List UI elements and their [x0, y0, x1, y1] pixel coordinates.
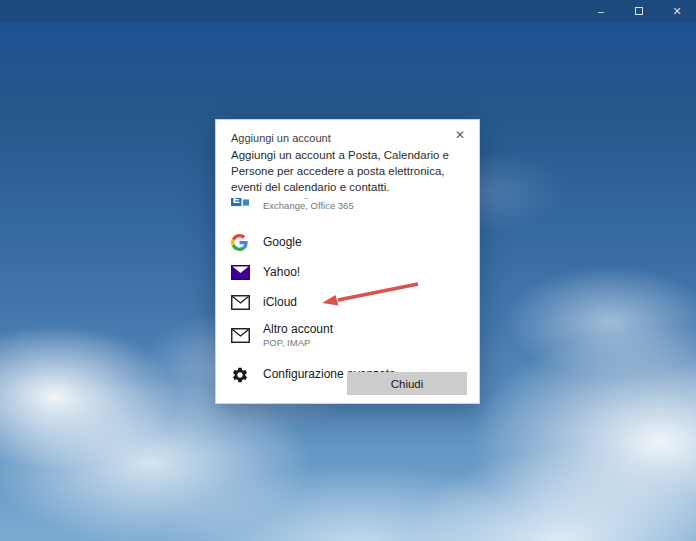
gear-icon	[231, 366, 253, 384]
account-item-exchange[interactable]: E Exchange Exchange, Office 365	[216, 198, 479, 216]
yahoo-envelope-icon	[231, 265, 253, 280]
exchange-icon: E	[231, 198, 253, 209]
window-titlebar: – ✕	[0, 0, 696, 22]
account-item-text: Altro account POP, IMAP	[263, 322, 333, 348]
google-icon	[231, 234, 253, 251]
account-item-google[interactable]: Google	[216, 228, 479, 258]
account-item-text: Exchange Exchange, Office 365	[263, 198, 354, 212]
minimize-button[interactable]: –	[582, 0, 620, 22]
maximize-button[interactable]	[620, 0, 658, 22]
account-name: Yahoo!	[263, 265, 300, 279]
account-subtitle: POP, IMAP	[263, 337, 333, 349]
account-item-yahoo[interactable]: Yahoo!	[216, 258, 479, 288]
account-item-altro-account[interactable]: Altro account POP, IMAP	[216, 318, 479, 354]
add-account-dialog: Aggiungi un account ✕ Aggiungi un accoun…	[215, 119, 480, 404]
account-item-icloud[interactable]: iCloud	[216, 288, 479, 318]
envelope-icon	[231, 328, 253, 343]
close-icon: ✕	[455, 128, 465, 142]
account-subtitle: Exchange, Office 365	[263, 200, 354, 212]
maximize-icon	[635, 7, 643, 15]
chiudi-button[interactable]: Chiudi	[347, 372, 467, 395]
account-item-text: iCloud	[263, 295, 297, 309]
dialog-footer: Chiudi	[347, 372, 467, 395]
close-window-button[interactable]: ✕	[658, 0, 696, 22]
dialog-close-button[interactable]: ✕	[452, 127, 468, 143]
account-item-text: Google	[263, 235, 302, 249]
close-icon: ✕	[672, 6, 681, 17]
account-item-text: Yahoo!	[263, 265, 300, 279]
account-name: iCloud	[263, 295, 297, 309]
minimize-icon: –	[598, 6, 604, 17]
envelope-icon	[231, 295, 253, 310]
dialog-description: Aggiungi un account a Posta, Calendario …	[231, 148, 468, 196]
account-name: Altro account	[263, 322, 333, 336]
svg-text:E: E	[233, 198, 240, 205]
dialog-title: Aggiungi un account	[231, 132, 331, 144]
dialog-header: Aggiungi un account ✕	[216, 120, 479, 144]
screenshot-root: – ✕ Aggiungi un account ✕ Aggiungi un ac…	[0, 0, 696, 541]
account-name: Google	[263, 235, 302, 249]
